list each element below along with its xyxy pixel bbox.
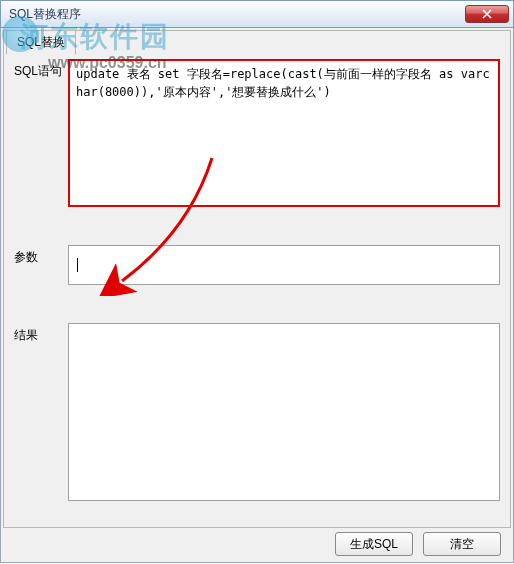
sql-textarea[interactable]: update 表名 set 字段名=replace(cast(与前面一样的字段名… [68, 59, 500, 207]
client-area: SQL替换 SQL语句 update 表名 set 字段名=replace(ca… [0, 28, 514, 563]
button-row: 生成SQL 清空 [335, 532, 501, 556]
close-button[interactable] [465, 5, 509, 23]
label-result: 结果 [14, 323, 68, 501]
label-sql: SQL语句 [14, 59, 68, 207]
tab-group: SQL替换 SQL语句 update 表名 set 字段名=replace(ca… [3, 30, 511, 528]
window-title: SQL替换程序 [9, 6, 465, 23]
tab-body: SQL语句 update 表名 set 字段名=replace(cast(与前面… [4, 31, 510, 527]
row-sql: SQL语句 update 表名 set 字段名=replace(cast(与前面… [14, 59, 500, 207]
label-param: 参数 [14, 245, 68, 285]
tab-sql-replace[interactable]: SQL替换 [6, 30, 76, 55]
result-textarea[interactable] [68, 323, 500, 501]
titlebar: SQL替换程序 [0, 0, 514, 28]
param-input[interactable] [68, 245, 500, 285]
text-cursor [77, 258, 78, 272]
row-result: 结果 [14, 323, 500, 501]
close-icon [482, 9, 492, 19]
row-param: 参数 [14, 245, 500, 285]
generate-sql-button[interactable]: 生成SQL [335, 532, 413, 556]
clear-button[interactable]: 清空 [423, 532, 501, 556]
